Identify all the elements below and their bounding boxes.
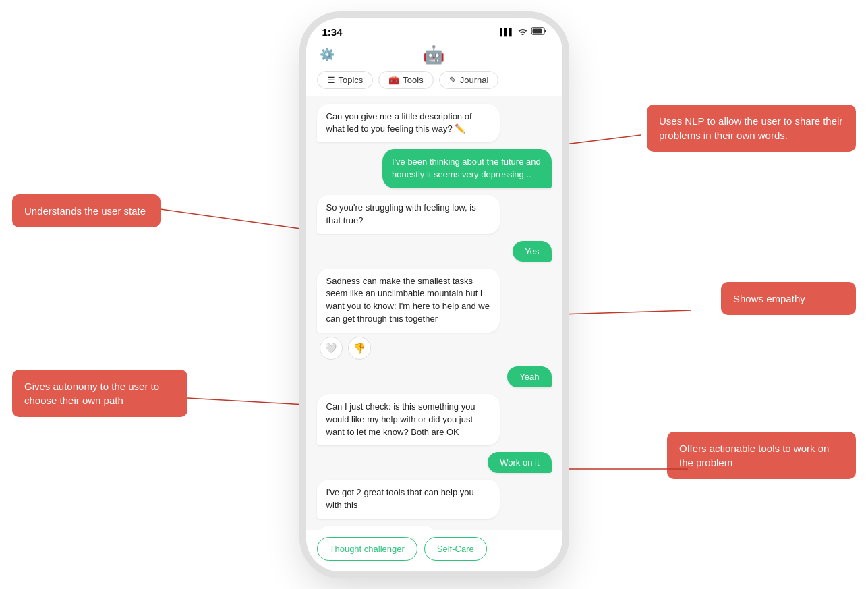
message-3: So you're struggling with feeling low, i… bbox=[317, 195, 500, 234]
tools-icon: 🧰 bbox=[388, 75, 399, 85]
message-9: I've got 2 great tools that can help you… bbox=[317, 480, 500, 519]
annotation-actionable: Offers actionable tools to work on the p… bbox=[667, 432, 856, 479]
tab-topics[interactable]: ☰ Topics bbox=[317, 71, 374, 89]
annotation-empathy-text: Shows empathy bbox=[733, 293, 805, 304]
message-1: Can you give me a little description of … bbox=[317, 104, 500, 143]
tab-tools[interactable]: 🧰 Tools bbox=[378, 71, 433, 89]
annotation-understands: Understands the user state bbox=[12, 194, 161, 227]
svg-line-2 bbox=[560, 310, 691, 314]
bot-avatar: 🤖 bbox=[423, 45, 444, 65]
thought-challenger-button[interactable]: Thought challenger bbox=[317, 537, 417, 561]
svg-line-3 bbox=[187, 398, 306, 405]
status-bar: 1:34 ▌▌▌ bbox=[306, 18, 562, 42]
message-2: I've been thinking about the future and … bbox=[382, 149, 552, 188]
topics-icon: ☰ bbox=[327, 75, 335, 85]
annotation-autonomy-text: Gives autonomy to the user to choose the… bbox=[24, 381, 159, 406]
message-7: Can I just check: is this something you … bbox=[317, 394, 500, 446]
message-5: Sadness can make the smallest tasks seem… bbox=[317, 269, 500, 333]
settings-icon[interactable]: ⚙️ bbox=[320, 47, 335, 62]
message-8: Work on it bbox=[488, 452, 551, 473]
annotation-empathy: Shows empathy bbox=[721, 282, 856, 315]
message-6: Yeah bbox=[507, 366, 551, 387]
annotation-autonomy: Gives autonomy to the user to choose the… bbox=[12, 370, 187, 417]
annotation-understands-text: Understands the user state bbox=[24, 205, 146, 217]
phone-mockup: 1:34 ▌▌▌ ⚙️ 🤖 ☰ Topics 🧰 Tools ✎ Journal bbox=[306, 18, 562, 571]
tab-journal[interactable]: ✎ Journal bbox=[439, 71, 499, 89]
svg-line-0 bbox=[560, 135, 641, 145]
annotation-actionable-text: Offers actionable tools to work on the p… bbox=[679, 443, 829, 468]
thumbs-up-btn[interactable]: 🤍 bbox=[320, 337, 343, 360]
svg-rect-7 bbox=[544, 30, 546, 32]
tab-tools-label: Tools bbox=[403, 75, 423, 85]
svg-line-1 bbox=[161, 209, 306, 229]
annotation-nlp-text: Uses NLP to allow the user to share thei… bbox=[659, 115, 842, 141]
signal-icon: ▌▌▌ bbox=[500, 28, 513, 36]
annotation-nlp: Uses NLP to allow the user to share thei… bbox=[647, 105, 856, 152]
top-bar: ⚙️ 🤖 bbox=[306, 42, 562, 71]
status-time: 1:34 bbox=[322, 26, 343, 38]
feedback-row: 🤍 👎 bbox=[320, 337, 371, 360]
tab-journal-label: Journal bbox=[460, 75, 489, 85]
chat-area: Can you give me a little description of … bbox=[306, 96, 562, 530]
tab-topics-label: Topics bbox=[339, 75, 364, 85]
nav-tabs: ☰ Topics 🧰 Tools ✎ Journal bbox=[306, 71, 562, 96]
status-icons: ▌▌▌ bbox=[500, 27, 546, 37]
battery-icon bbox=[531, 27, 546, 37]
message-4: Yes bbox=[513, 241, 551, 262]
self-care-button[interactable]: Self-Care bbox=[424, 537, 487, 561]
journal-icon: ✎ bbox=[449, 75, 457, 85]
wifi-icon bbox=[517, 27, 528, 37]
action-buttons-bar: Thought challenger Self-Care bbox=[306, 530, 562, 571]
thumbs-down-btn[interactable]: 👎 bbox=[348, 337, 371, 360]
svg-rect-6 bbox=[532, 28, 542, 33]
